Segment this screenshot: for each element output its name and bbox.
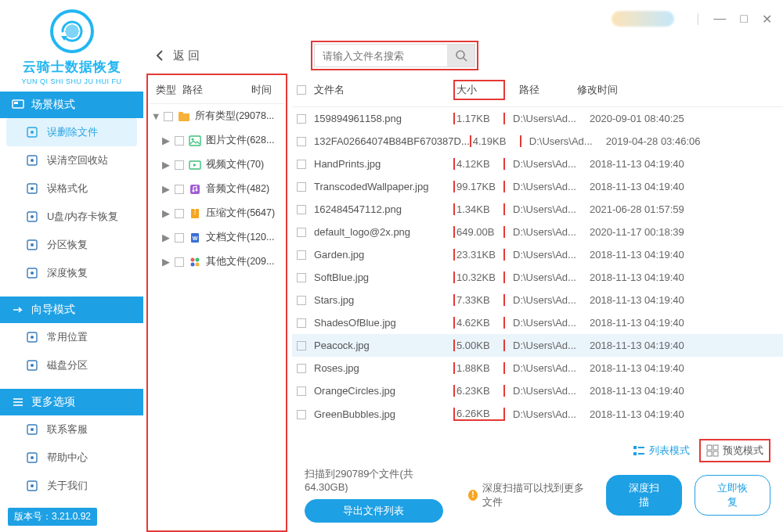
- tree-checkbox[interactable]: [164, 112, 173, 121]
- sidebar-item[interactable]: U盘/内存卡恢复: [0, 203, 143, 231]
- tree-row[interactable]: ▶音频文件(482): [150, 177, 284, 201]
- tree-hdr-time[interactable]: 时间: [251, 83, 278, 97]
- file-row[interactable]: 159894961158.png1.17KBD:\Users\Ad...2020…: [292, 107, 783, 130]
- search-button[interactable]: [447, 44, 475, 67]
- sidebar-section-header[interactable]: 更多选项: [0, 389, 143, 415]
- file-size: 5.00KB: [456, 340, 502, 351]
- hdr-time[interactable]: 修改时间: [577, 83, 778, 97]
- file-size: 4.12KB: [456, 158, 502, 170]
- file-name: SoftBlue.jpg: [314, 271, 453, 283]
- file-row[interactable]: SoftBlue.jpg10.32KBD:\Users\Ad...2018-11…: [292, 266, 783, 289]
- minimize-button[interactable]: —: [713, 12, 726, 26]
- sidebar-item[interactable]: 联系客服: [0, 415, 143, 444]
- file-row[interactable]: default_logo@2x.png649.00BD:\Users\Ad...…: [292, 221, 783, 243]
- select-all-checkbox[interactable]: [297, 85, 306, 95]
- sidebar-section-header[interactable]: 向导模式: [0, 297, 143, 323]
- file-checkbox[interactable]: [297, 318, 306, 328]
- tree-checkbox[interactable]: [175, 185, 184, 194]
- tree-checkbox[interactable]: [175, 233, 184, 243]
- file-path: D:\Users\Ad...: [505, 113, 583, 124]
- sidebar-item[interactable]: 误格式化: [0, 174, 143, 203]
- file-checkbox[interactable]: [297, 205, 306, 214]
- tree-row[interactable]: ▶压缩文件(5647): [150, 201, 284, 225]
- tree-checkbox[interactable]: [175, 136, 184, 146]
- search-input[interactable]: [314, 44, 447, 67]
- file-checkbox[interactable]: [297, 341, 306, 350]
- list-mode-button[interactable]: 列表模式: [628, 441, 695, 460]
- expand-toggle-icon[interactable]: ▶: [162, 183, 170, 195]
- file-row[interactable]: HandPrints.jpg4.12KBD:\Users\Ad...2018-1…: [292, 153, 783, 175]
- file-row[interactable]: OrangeCircles.jpg6.23KBD:\Users\Ad...201…: [292, 379, 783, 402]
- tree-checkbox[interactable]: [175, 257, 184, 267]
- expand-toggle-icon[interactable]: ▶: [162, 232, 170, 243]
- tree-row[interactable]: ▶图片文件(628...: [150, 128, 284, 153]
- file-checkbox[interactable]: [297, 296, 306, 305]
- file-row[interactable]: Roses.jpg1.88KBD:\Users\Ad...2018-11-13 …: [292, 357, 783, 379]
- sidebar-item-icon: [25, 451, 39, 465]
- expand-toggle-icon[interactable]: ▶: [162, 256, 170, 268]
- file-mtime: 2019-04-28 03:46:06: [600, 135, 778, 147]
- tree-hdr-path[interactable]: 路径: [182, 83, 251, 97]
- file-row[interactable]: 162484547112.png1.34KBD:\Users\Ad...2021…: [292, 198, 783, 221]
- export-list-button[interactable]: 导出文件列表: [305, 499, 443, 523]
- file-checkbox[interactable]: [297, 250, 306, 260]
- tree-checkbox[interactable]: [175, 160, 184, 170]
- file-row[interactable]: Peacock.jpg5.00KBD:\Users\Ad...2018-11-1…: [292, 334, 783, 357]
- file-list-header: 文件名 大小 路径 修改时间: [292, 74, 783, 107]
- deep-scan-button[interactable]: 深度扫描: [606, 475, 682, 516]
- sidebar-item[interactable]: 误清空回收站: [0, 146, 143, 174]
- file-checkbox[interactable]: [297, 160, 306, 169]
- tree-row[interactable]: ▶视频文件(70): [150, 153, 284, 177]
- doc-icon: W: [189, 232, 201, 244]
- sidebar-item[interactable]: 深度恢复: [0, 259, 143, 287]
- expand-toggle-icon[interactable]: ▶: [162, 159, 170, 171]
- tree-hdr-type[interactable]: 类型: [156, 83, 182, 97]
- sidebar-item[interactable]: 常用位置: [0, 323, 143, 351]
- sidebar-item[interactable]: 误删除文件: [6, 118, 137, 146]
- tree-row[interactable]: ▶其他文件(209...: [150, 250, 284, 274]
- hdr-size[interactable]: 大小: [456, 83, 502, 97]
- file-checkbox[interactable]: [297, 182, 306, 192]
- file-checkbox[interactable]: [297, 386, 306, 396]
- file-checkbox[interactable]: [297, 137, 306, 146]
- file-size: 1.88KB: [456, 362, 502, 374]
- maximize-button[interactable]: □: [740, 12, 748, 26]
- expand-toggle-icon[interactable]: ▼: [151, 111, 159, 122]
- sidebar-item[interactable]: 关于我们: [0, 472, 143, 500]
- hdr-filename[interactable]: 文件名: [314, 83, 345, 97]
- close-button[interactable]: ✕: [762, 12, 772, 27]
- svg-text:W: W: [193, 235, 198, 241]
- file-row[interactable]: Garden.jpg23.31KBD:\Users\Ad...2018-11-1…: [292, 243, 783, 266]
- sidebar: 云骑士数据恢复 YUN QI SHI SHU JU HUI FU 场景模式误删除…: [0, 38, 143, 532]
- tree-row[interactable]: ▼所有类型(29078...: [150, 104, 284, 128]
- sidebar-item[interactable]: 帮助中心: [0, 444, 143, 472]
- file-row[interactable]: Stars.jpg7.33KBD:\Users\Ad...2018-11-13 …: [292, 289, 783, 311]
- sidebar-item[interactable]: 磁盘分区: [0, 351, 143, 379]
- file-checkbox[interactable]: [297, 114, 306, 124]
- file-checkbox[interactable]: [297, 364, 306, 373]
- preview-mode-button[interactable]: 预览模式: [702, 441, 768, 460]
- expand-toggle-icon[interactable]: ▶: [162, 135, 170, 146]
- file-row[interactable]: 132FA02664074B84BF670387D...4.19KBD:\Use…: [292, 130, 783, 153]
- file-row[interactable]: TranscodedWallpaper.jpg99.17KBD:\Users\A…: [292, 175, 783, 198]
- sidebar-item-label: 磁盘分区: [47, 358, 88, 372]
- file-size: 4.19KB: [473, 135, 518, 147]
- hdr-path[interactable]: 路径: [505, 83, 577, 97]
- file-checkbox[interactable]: [297, 273, 306, 282]
- file-row[interactable]: ShadesOfBlue.jpg4.62KBD:\Users\Ad...2018…: [292, 311, 783, 334]
- sidebar-item-icon: [25, 210, 39, 224]
- file-path: D:\Users\Ad...: [505, 226, 583, 238]
- expand-toggle-icon[interactable]: ▶: [162, 207, 170, 219]
- back-button[interactable]: 返 回: [153, 49, 200, 63]
- tree-checkbox[interactable]: [175, 209, 184, 218]
- recover-button[interactable]: 立即恢复: [695, 475, 770, 516]
- sidebar-item[interactable]: 分区恢复: [0, 231, 143, 259]
- svg-point-8: [31, 187, 34, 190]
- file-checkbox[interactable]: [297, 228, 306, 237]
- file-path: D:\Users\Ad...: [505, 203, 583, 215]
- type-tree: 类型 路径 时间 ▼所有类型(29078...▶图片文件(628...▶视频文件…: [150, 77, 284, 274]
- file-checkbox[interactable]: [297, 410, 306, 419]
- file-row[interactable]: GreenBubbles.jpg6.26KBD:\Users\Ad...2018…: [292, 402, 783, 426]
- tree-row[interactable]: ▶W文档文件(120...: [150, 225, 284, 250]
- sidebar-section-header[interactable]: 场景模式: [0, 92, 143, 118]
